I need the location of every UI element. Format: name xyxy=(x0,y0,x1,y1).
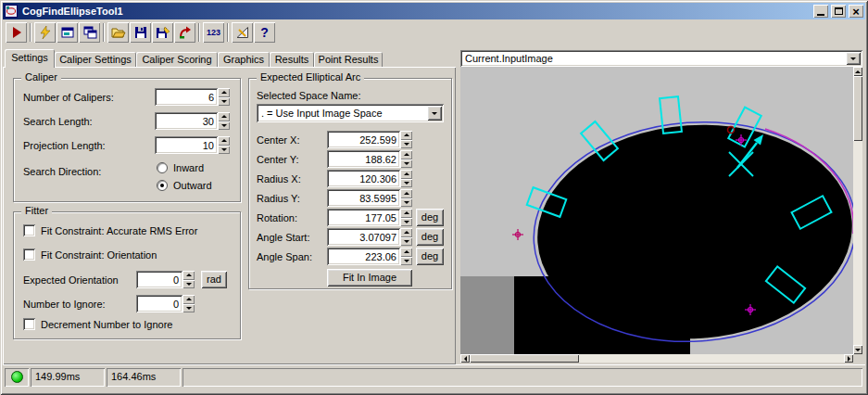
center-y-label: Center Y: xyxy=(257,154,299,165)
search-length-spinner[interactable] xyxy=(218,112,230,130)
spin-down-icon[interactable] xyxy=(400,257,412,266)
spin-up-icon[interactable] xyxy=(182,295,195,304)
tab-results[interactable]: Results xyxy=(270,52,314,67)
combo-dropdown-button[interactable] xyxy=(427,106,442,121)
fit-in-image-button[interactable]: Fit In Image xyxy=(327,269,412,287)
number-of-calipers-spinner[interactable] xyxy=(218,88,230,106)
decrement-number-checkbox[interactable] xyxy=(23,318,35,330)
center-x-spinner[interactable] xyxy=(400,131,412,148)
combo-dropdown-button[interactable] xyxy=(846,52,861,65)
current-record-button[interactable] xyxy=(57,22,78,43)
image-source-combo[interactable]: Current.InputImage xyxy=(460,50,862,67)
angle-start-input[interactable] xyxy=(327,228,400,246)
spin-up-icon[interactable] xyxy=(400,228,412,237)
spin-down-icon[interactable] xyxy=(218,121,230,131)
close-button[interactable]: × xyxy=(849,5,863,18)
selected-space-value: . = Use Input Image Space xyxy=(257,108,425,119)
expected-orientation-input[interactable] xyxy=(136,271,182,288)
open-button[interactable] xyxy=(107,22,129,43)
projection-length-spinner[interactable] xyxy=(218,136,230,154)
center-x-input[interactable] xyxy=(327,131,400,148)
spin-up-icon[interactable] xyxy=(400,248,412,257)
spin-down-icon[interactable] xyxy=(182,280,195,289)
spin-up-icon[interactable] xyxy=(218,88,230,97)
angle-units-button[interactable] xyxy=(232,22,253,43)
spin-up-icon[interactable] xyxy=(218,136,230,146)
save-image-button[interactable] xyxy=(152,22,173,43)
spin-up-icon[interactable] xyxy=(400,170,412,179)
number-to-ignore-input[interactable] xyxy=(136,295,182,312)
save-button[interactable] xyxy=(130,22,151,43)
horizontal-scroll-thumb[interactable] xyxy=(470,354,579,363)
spin-down-icon[interactable] xyxy=(400,237,412,247)
rotation-spinner[interactable] xyxy=(400,209,412,226)
rotation-input[interactable] xyxy=(327,209,400,226)
help-button[interactable]: ? xyxy=(254,22,275,43)
arrow-up-icon xyxy=(855,70,861,73)
spin-up-icon[interactable] xyxy=(182,271,195,280)
number-to-ignore-spinner[interactable] xyxy=(182,295,195,312)
cog-find-ellipse-tool-window: CogFindEllipseTool1 × xyxy=(0,0,868,395)
projection-length-input[interactable] xyxy=(155,136,218,154)
number-of-calipers-input[interactable] xyxy=(155,88,218,106)
spin-down-icon[interactable] xyxy=(218,146,230,155)
scroll-right-button[interactable] xyxy=(844,354,853,363)
maximize-button[interactable] xyxy=(831,5,846,18)
spin-down-icon[interactable] xyxy=(400,198,412,208)
horizontal-scrollbar[interactable] xyxy=(460,354,853,363)
angle-span-input[interactable] xyxy=(327,248,400,265)
radius-y-spinner[interactable] xyxy=(400,189,412,207)
import-button[interactable] xyxy=(174,22,195,43)
spin-down-icon[interactable] xyxy=(400,218,412,227)
radius-x-spinner[interactable] xyxy=(400,170,412,187)
run-button[interactable] xyxy=(6,22,27,43)
angle-start-deg-button[interactable]: deg xyxy=(416,228,444,246)
spin-down-icon[interactable] xyxy=(400,159,412,169)
orientation-constraint-checkbox[interactable] xyxy=(23,248,35,261)
spin-up-icon[interactable] xyxy=(218,112,230,121)
spin-up-icon[interactable] xyxy=(400,209,412,218)
center-y-spinner[interactable] xyxy=(400,150,412,168)
spin-down-icon[interactable] xyxy=(400,140,412,149)
numeric-results-button[interactable]: 123 xyxy=(203,22,224,43)
spin-up-icon[interactable] xyxy=(400,131,412,140)
expected-orientation-spinner[interactable] xyxy=(182,271,195,288)
float-window-button[interactable] xyxy=(79,22,100,43)
scroll-up-button[interactable] xyxy=(853,67,862,76)
search-length-input[interactable] xyxy=(155,112,218,130)
vertical-scroll-thumb[interactable] xyxy=(853,76,862,141)
tab-caliper-scoring[interactable]: Caliper Scoring xyxy=(136,52,218,67)
outward-radio[interactable] xyxy=(157,180,168,191)
spin-up-icon[interactable] xyxy=(400,150,412,159)
vertical-scrollbar[interactable] xyxy=(853,67,862,354)
open-folder-icon xyxy=(111,25,126,40)
spin-down-icon[interactable] xyxy=(400,179,412,188)
angle-start-spinner[interactable] xyxy=(400,228,412,246)
tab-point-results[interactable]: Point Results xyxy=(314,52,383,67)
radius-x-input[interactable] xyxy=(327,170,400,187)
electric-run-button[interactable] xyxy=(34,22,56,43)
fitter-group: Fitter Fit Constraint: Accurate RMS Erro… xyxy=(13,211,241,339)
inward-radio-row: Inward xyxy=(157,162,204,173)
tab-settings[interactable]: Settings xyxy=(5,49,55,68)
tab-graphics[interactable]: Graphics xyxy=(218,52,270,67)
tab-caliper-settings[interactable]: Caliper Settings xyxy=(55,52,136,67)
image-display[interactable] xyxy=(460,67,853,354)
selected-space-combo[interactable]: . = Use Input Image Space xyxy=(257,104,444,122)
scroll-down-button[interactable] xyxy=(853,345,862,354)
spin-down-icon[interactable] xyxy=(218,97,230,107)
minimize-button[interactable] xyxy=(813,5,828,18)
angle-span-deg-button[interactable]: deg xyxy=(416,248,444,265)
radius-y-input[interactable] xyxy=(327,189,400,207)
center-y-input[interactable] xyxy=(327,150,400,168)
rotation-deg-button[interactable]: deg xyxy=(416,209,444,226)
window-title: CogFindEllipseTool1 xyxy=(20,6,811,17)
angle-span-spinner[interactable] xyxy=(400,248,412,265)
spin-up-icon[interactable] xyxy=(400,189,412,198)
scroll-left-button[interactable] xyxy=(460,354,470,363)
title-bar[interactable]: CogFindEllipseTool1 × xyxy=(3,3,865,19)
spin-down-icon[interactable] xyxy=(182,304,195,313)
rms-checkbox[interactable] xyxy=(23,224,35,236)
inward-radio[interactable] xyxy=(157,162,168,173)
rad-unit-button[interactable]: rad xyxy=(201,271,227,288)
